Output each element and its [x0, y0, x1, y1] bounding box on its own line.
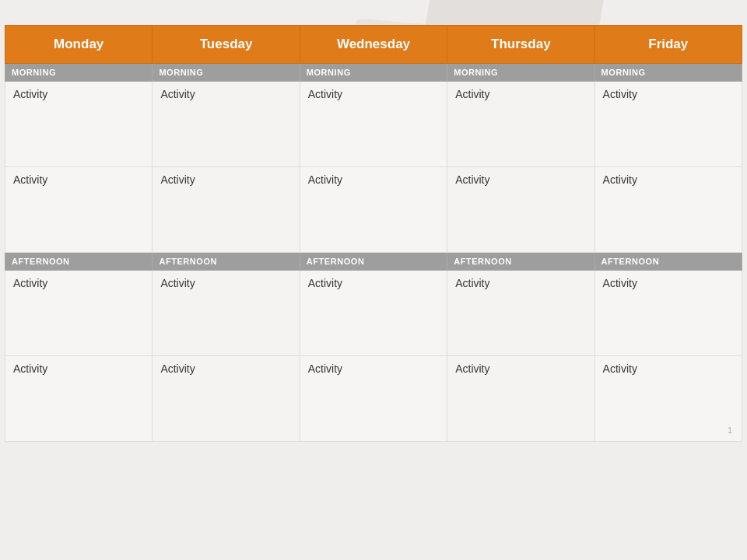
section-row-afternoon: AFTERNOONAFTERNOONAFTERNOONAFTERNOONAFTE… [5, 253, 742, 271]
day-header-thursday: Thursday [447, 26, 594, 64]
day-header-tuesday: Tuesday [153, 26, 300, 64]
activity-cell[interactable]: Activity [5, 82, 153, 167]
calendar-table: MondayTuesdayWednesdayThursdayFriday MOR… [5, 25, 742, 442]
section-header-morning-wednesday: MORNING [300, 64, 447, 82]
activity-cell[interactable]: Activity1 [594, 356, 742, 442]
section-row-morning: MORNINGMORNINGMORNINGMORNINGMORNING [5, 64, 742, 82]
activity-cell[interactable]: Activity [5, 356, 153, 442]
section-header-morning-friday: MORNING [594, 64, 742, 82]
section-header-afternoon-wednesday: AFTERNOON [300, 253, 447, 271]
activity-cell[interactable]: Activity [594, 271, 742, 356]
activity-cell[interactable]: Activity [594, 167, 742, 253]
section-header-morning-tuesday: MORNING [153, 64, 300, 82]
activity-row: ActivityActivityActivityActivityActivity [5, 271, 742, 356]
section-header-afternoon-tuesday: AFTERNOON [153, 253, 300, 271]
activity-cell[interactable]: Activity [447, 167, 594, 253]
activity-row: ActivityActivityActivityActivityActivity [5, 82, 742, 167]
activity-cell[interactable]: Activity [447, 271, 594, 356]
section-header-morning-monday: MORNING [5, 64, 153, 82]
activity-cell[interactable]: Activity [153, 82, 300, 167]
activity-cell[interactable]: Activity [153, 167, 300, 253]
section-header-afternoon-monday: AFTERNOON [5, 253, 153, 271]
activity-cell[interactable]: Activity [300, 271, 447, 356]
activity-cell[interactable]: Activity [153, 356, 300, 442]
activity-cell[interactable]: Activity [300, 167, 447, 253]
activity-cell[interactable]: Activity [5, 167, 153, 253]
activity-cell[interactable]: Activity [300, 356, 447, 442]
section-header-afternoon-friday: AFTERNOON [594, 253, 742, 271]
activity-row: ActivityActivityActivityActivityActivity [5, 167, 742, 253]
day-header-wednesday: Wednesday [300, 26, 447, 64]
activity-row: ActivityActivityActivityActivityActivity… [5, 356, 742, 442]
page-number: 1 [728, 425, 732, 435]
day-header-monday: Monday [5, 26, 153, 64]
section-header-morning-thursday: MORNING [447, 64, 594, 82]
day-header-friday: Friday [594, 26, 742, 64]
days-header-row: MondayTuesdayWednesdayThursdayFriday [5, 26, 742, 64]
activity-cell[interactable]: Activity [447, 82, 594, 167]
activity-cell[interactable]: Activity [594, 82, 742, 167]
activity-cell[interactable]: Activity [447, 356, 594, 442]
calendar-wrapper: MondayTuesdayWednesdayThursdayFriday MOR… [0, 25, 747, 442]
section-header-afternoon-thursday: AFTERNOON [447, 253, 594, 271]
activity-cell[interactable]: Activity [300, 82, 447, 167]
activity-cell[interactable]: Activity [153, 271, 300, 356]
activity-cell[interactable]: Activity [5, 271, 153, 356]
page-title [0, 0, 747, 25]
